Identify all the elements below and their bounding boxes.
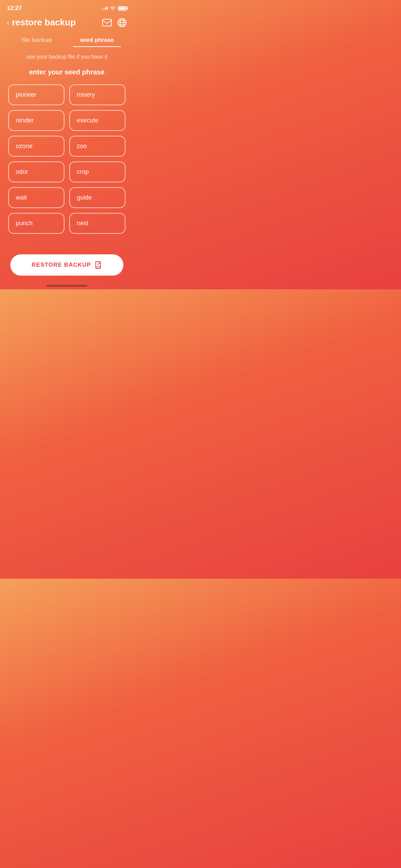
restore-button-label: RESTORE BACKUP (32, 262, 91, 268)
tab-seed-phrase[interactable]: seed phrase (67, 33, 127, 47)
seed-word-1[interactable]: pioneer (8, 84, 64, 105)
seed-word-3[interactable]: render (8, 110, 64, 131)
subtitle: use your backup file if you have it (0, 54, 134, 60)
restore-icon (95, 261, 102, 269)
globe-icon[interactable] (117, 18, 127, 27)
restore-button-container: RESTORE BACKUP (10, 254, 123, 276)
signal-icon (101, 7, 108, 10)
mail-icon[interactable] (102, 19, 112, 26)
seed-word-8[interactable]: crop (69, 161, 125, 182)
svg-rect-6 (96, 262, 100, 268)
nav-bar: ‹ restore backup (0, 14, 134, 33)
seed-word-5[interactable]: ozone (8, 136, 64, 157)
tabs: file backup seed phrase (0, 33, 134, 47)
wifi-icon (110, 6, 116, 11)
svg-rect-0 (102, 19, 111, 26)
tab-file-backup[interactable]: file backup (7, 33, 67, 47)
seed-word-12[interactable]: nest (69, 213, 125, 234)
seed-word-2[interactable]: misery (69, 84, 125, 105)
seed-word-9[interactable]: wait (8, 187, 64, 208)
seed-word-4[interactable]: execute (69, 110, 125, 131)
status-time: 12:27 (7, 5, 22, 12)
restore-backup-button[interactable]: RESTORE BACKUP (10, 254, 123, 276)
back-button[interactable]: ‹ (7, 19, 9, 26)
status-bar: 12:27 (0, 0, 134, 14)
seed-word-6[interactable]: zoo (69, 136, 125, 157)
svg-rect-7 (97, 266, 100, 268)
status-icons (101, 6, 127, 11)
home-indicator (46, 285, 87, 287)
page-title: restore backup (12, 17, 76, 28)
seed-word-11[interactable]: punch (8, 213, 64, 234)
seed-word-10[interactable]: guide (69, 187, 125, 208)
nav-left: ‹ restore backup (7, 17, 76, 28)
nav-right (102, 18, 127, 27)
seed-words-grid: pioneermiseryrenderexecuteozonezooodorcr… (0, 84, 134, 234)
section-title: enter your seed phrase (0, 68, 134, 76)
seed-word-7[interactable]: odor (8, 161, 64, 182)
battery-icon (118, 6, 127, 11)
